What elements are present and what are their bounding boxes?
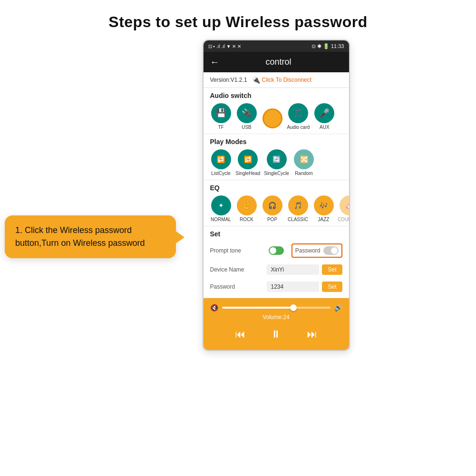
play-modes-title: Play Modes — [210, 138, 342, 146]
status-right: ⊙ ✱ 🔋 11:33 — [311, 43, 344, 49]
volume-low-icon: 🔇 — [210, 304, 218, 311]
volume-high-icon: 🔊 — [334, 304, 342, 311]
device-name-set-button[interactable]: Set — [322, 264, 342, 275]
audio-usb[interactable]: 🔌 USB — [236, 103, 258, 130]
volume-slider-row: 🔇 🔊 — [210, 304, 342, 311]
status-left: ⊡ ▪ .ıl .ıl ▼ ✕ ✕ — [208, 44, 242, 49]
playback-controls: ⏮ ⏸ ⏭ — [204, 323, 349, 350]
eq-rock[interactable]: 🤘 ROCK — [236, 195, 258, 222]
nav-title: control — [229, 57, 328, 67]
set-section: Set Prompt tone Password Device Name — [204, 226, 349, 298]
password-row: Password Set — [210, 280, 342, 294]
eq-title: EQ — [210, 184, 342, 192]
tooltip-bubble: 1. Click the Wireless password button,Tu… — [5, 215, 176, 258]
eq-row: ✦ NORMAL 🤘 ROCK 🎧 POP 🎵 CLASSIC 🎶 — [210, 195, 342, 222]
audio-tf[interactable]: 💾 TF — [210, 103, 232, 130]
volume-track[interactable] — [222, 307, 330, 309]
audio-aux[interactable]: 🎤 AUX — [313, 103, 335, 130]
audio-selected[interactable] — [262, 108, 283, 130]
password-set-button[interactable]: Set — [322, 282, 342, 292]
password-highlight-box: Password — [291, 243, 342, 258]
mode-listcycle[interactable]: 🔁 ListCycle — [210, 149, 232, 176]
mode-singlecycle[interactable]: 🔄 SingleCycle — [264, 149, 289, 176]
version-bar: Version:V1.2.1 🔌 Click To Disconnect — [204, 72, 349, 88]
play-modes-section: Play Modes 🔁 ListCycle 🔂 SingleHead 🔄 Si… — [204, 134, 349, 180]
next-button[interactable]: ⏭ — [307, 328, 317, 340]
volume-thumb — [290, 304, 297, 311]
audio-switch-section: Audio switch 💾 TF 🔌 USB 🎵 Audio card — [204, 88, 349, 134]
eq-jazz[interactable]: 🎶 JAZZ — [313, 195, 335, 222]
status-bar: ⊡ ▪ .ıl .ıl ▼ ✕ ✕ ⊙ ✱ 🔋 11:33 — [204, 40, 349, 52]
device-name-input[interactable] — [267, 264, 319, 275]
prompt-tone-toggle[interactable] — [269, 246, 284, 255]
eq-pop[interactable]: 🎧 POP — [262, 195, 283, 222]
disconnect-label: Click To Disconnect — [262, 77, 311, 83]
password-field-label: Password — [210, 283, 235, 290]
password-toggle-label: Password — [295, 247, 321, 254]
version-text: Version:V1.2.1 — [210, 77, 247, 83]
prompt-tone-row: Prompt tone Password — [210, 242, 342, 260]
page-title: Steps to set up Wireless password — [108, 13, 367, 31]
eq-classic[interactable]: 🎵 CLASSIC — [287, 195, 309, 222]
eq-country[interactable]: 🎸 COUNTRY — [339, 195, 350, 222]
volume-fill — [222, 307, 292, 309]
mode-singlehead[interactable]: 🔂 SingleHead — [236, 149, 261, 176]
volume-section: 🔇 🔊 Volume:24 — [204, 298, 349, 323]
device-name-row: Device Name Set — [210, 262, 342, 277]
audio-switch-row: 💾 TF 🔌 USB 🎵 Audio card 🎤 AUX — [210, 103, 342, 130]
audio-switch-title: Audio switch — [210, 92, 342, 99]
pause-button[interactable]: ⏸ — [271, 328, 281, 340]
top-nav: ← control — [204, 52, 349, 72]
eq-section: EQ ✦ NORMAL 🤘 ROCK 🎧 POP 🎵 CLASSIC — [204, 180, 349, 226]
password-toggle[interactable] — [323, 246, 339, 255]
prev-button[interactable]: ⏮ — [235, 328, 245, 340]
volume-label: Volume:24 — [262, 314, 290, 321]
phone-mockup: ⊡ ▪ .ıl .ıl ▼ ✕ ✕ ⊙ ✱ 🔋 11:33 ← control … — [203, 39, 350, 351]
nav-back-button[interactable]: ← — [210, 57, 220, 68]
disconnect-button[interactable]: 🔌 Click To Disconnect — [252, 76, 311, 84]
password-input[interactable] — [267, 282, 319, 292]
set-title: Set — [210, 230, 342, 238]
disconnect-icon: 🔌 — [252, 76, 260, 84]
play-modes-row: 🔁 ListCycle 🔂 SingleHead 🔄 SingleCycle 🔀… — [210, 149, 342, 176]
eq-normal[interactable]: ✦ NORMAL — [210, 195, 232, 222]
device-name-label: Device Name — [210, 266, 244, 273]
audio-card[interactable]: 🎵 Audio card — [287, 103, 310, 130]
prompt-tone-label: Prompt tone — [210, 247, 241, 254]
mode-random[interactable]: 🔀 Random — [293, 149, 315, 176]
